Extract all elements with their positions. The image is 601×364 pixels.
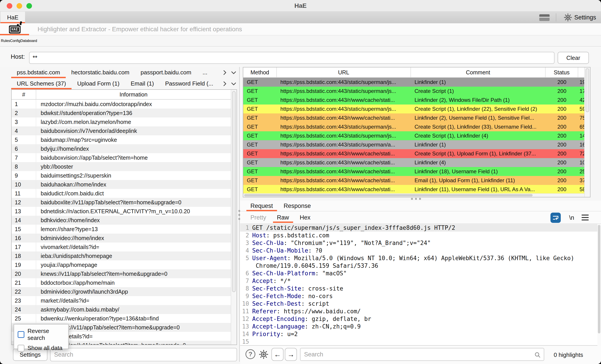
show-all-data-checkbox[interactable] [18,345,24,352]
request-line: 10Sec-Fetch-Dest: script [240,300,601,307]
nav-tab-1[interactable]: Config [10,39,20,43]
nav-tab-0[interactable]: Rules [1,39,10,43]
editor-settings-gear-icon[interactable] [259,349,269,360]
request-row[interactable]: GEThttps://pss.bdstatic.com:443/r/www/ca… [243,176,584,185]
scheme-row[interactable]: 7baiduboxvision://appTab/select?item=hom… [12,153,231,162]
request-row[interactable]: GEThttps://pss.bdstatic.com:443/r/www/ca… [243,185,584,194]
request-response-tabs: RequestResponse [240,201,601,211]
request-row[interactable]: GEThttps://pss.bdstatic.com:443/static/s… [243,78,584,87]
schemes-table-header: # Information [12,90,231,100]
type-tab-2[interactable]: Email (1) [125,78,160,89]
request-row[interactable]: GEThttps://pss.bdstatic.com:443/r/www/ca… [243,149,584,158]
host-tab-1[interactable]: hectorstatic.baidu.com [66,67,135,78]
request-row[interactable]: GEThttps://pss.bdstatic.com:443/static/s… [243,140,584,149]
scheme-row[interactable]: 8ybb://booster [12,162,231,171]
scheme-row[interactable]: 6bdyiju://home/index [12,144,231,153]
requests-table-vscrollbar[interactable] [584,67,590,197]
tab-hae[interactable]: HaE [0,12,25,23]
prev-match-button[interactable]: ← [271,348,283,361]
scheme-row[interactable]: 11baidudict://com.baidu.dict [12,189,231,198]
help-icon[interactable]: ? [245,349,255,359]
scheme-row[interactable]: 2bdwkst://student/operation?type=136 [12,108,231,117]
col-number[interactable]: # [12,90,36,99]
requests-table-hscrollbar[interactable] [243,193,584,197]
word-wrap-icon[interactable] [551,213,561,223]
scheme-row[interactable]: 13bdnetdisk://n/action.EXTERNAL_ACTIVITY… [12,207,231,216]
col-information[interactable]: Information [36,90,231,99]
request-editor-scrollbar[interactable] [597,224,601,346]
host-input[interactable] [29,52,554,64]
col-method[interactable]: Method [243,67,277,77]
col-status[interactable]: Status [546,67,578,77]
schemes-table-scrollbar[interactable] [231,90,237,345]
request-row[interactable]: GEThttps://pss.bdstatic.com:443/static/s… [243,87,584,96]
scheme-row[interactable]: 23market://details?id= [12,296,231,305]
request-row[interactable]: GEThttps://pss.bdstatic.com:443/static/s… [243,122,584,131]
col-comment[interactable]: Comment [411,67,546,77]
type-tab-1[interactable]: Upload Form (1) [71,78,125,89]
request-line: 2Host: pss.bdstatic.com [240,231,601,239]
scheme-row[interactable]: 5baidumap://map?src=uginvoke [12,135,231,144]
requests-table: Method URL Comment Status GEThttps://pss… [243,67,591,197]
scheme-row[interactable]: 20knews://v11/appTab/select?item=home&up… [12,269,231,278]
clear-button[interactable]: Clear [558,52,589,64]
scheme-row[interactable]: 17vivomarket://details?id= [12,242,231,251]
editor-search-field [300,348,544,361]
scheme-row[interactable]: 18ieba://unidispatch/homepage [12,251,231,260]
host-tab-0[interactable]: pss.bdstatic.com [11,67,66,78]
extension-header: HAE Highlighter and Extractor - Empower … [0,23,601,35]
request-row[interactable]: GEThttps://pss.bdstatic.com:443/r/www/ca… [243,167,584,176]
col-url[interactable]: URL [277,67,411,77]
scheme-row[interactable]: 22bdminivideo://growth/launch3rdApp [12,287,231,296]
toolbar-divider [556,13,556,21]
scheme-row[interactable]: 12baiduboxlite://v11/appTab/select?item=… [12,198,231,207]
scheme-row[interactable]: 25bdwenku://wenku/operation?type=136&tab… [12,314,231,323]
newline-toggle-icon[interactable]: \n [569,213,574,223]
editor-menu-icon[interactable] [581,215,589,221]
next-match-button[interactable]: → [285,348,297,361]
view-tab-2[interactable]: Hex [294,212,316,223]
scheme-row[interactable]: 21bddoctorbox://app/home/main [12,278,231,287]
chevron-right-icon[interactable] [221,69,228,76]
chevron-down-icon[interactable] [230,69,237,76]
chevron-down-icon[interactable] [230,80,237,87]
reqres-tab-1[interactable]: Response [278,201,316,211]
settings-button[interactable]: Settings [563,12,596,23]
type-tab-0[interactable]: URL Schemes (37) [11,78,71,89]
scheme-row[interactable]: 10baiduhaokan://home/index [12,180,231,189]
host-tab-3[interactable]: ... [197,67,213,78]
reverse-search-option[interactable]: Reverse search [18,328,68,341]
scheme-row[interactable]: 15lemon://share?type=13 [12,225,231,234]
reverse-search-checkbox[interactable] [18,331,24,338]
request-row[interactable]: GEThttps://pss.bdstatic.com:443/r/www/ca… [243,96,584,105]
chevron-right-icon[interactable] [221,80,228,87]
scheme-row[interactable]: 16bdminivideo://home/index [12,234,231,242]
type-tab-3[interactable]: Password Field (... [160,78,219,89]
request-editor[interactable]: 1GET /static/superman/js/s_super_index-3… [240,224,601,346]
nav-tab-2[interactable]: Databoard [20,39,37,43]
host-tab-2[interactable]: passport.baidu.com [135,67,197,78]
scheme-row[interactable]: 4baiduboxvision://v7/vendor/ad/deeplink [12,126,231,135]
reqres-tab-0[interactable]: Request [245,201,278,211]
request-line: 5User-Agent: Mozilla/5.0 (Windows NT 10.… [240,254,601,262]
scheme-row[interactable]: 3lazybd://com.melon.lazymelon/home [12,117,231,126]
show-all-data-option[interactable]: Show all data [18,345,68,352]
col-length[interactable] [578,67,584,77]
scheme-row[interactable]: 24askmybaby://com.baidu.mbaby/ [12,305,231,314]
scheme-row[interactable]: 9baiduimsettings2://superskin [12,171,231,180]
request-row[interactable]: GEThttps://pss.bdstatic.com:443/static/s… [243,105,584,114]
view-tab-1[interactable]: Raw [272,212,294,223]
scheme-row[interactable]: 14bdhkvideo://home/index [12,216,231,225]
view-tab-0[interactable]: Pretty [245,212,272,223]
scheme-row[interactable]: 19youjia://app/homepage [12,260,231,269]
editor-search-input[interactable] [300,348,544,360]
schemes-search-input[interactable] [50,348,237,361]
request-row[interactable]: GEThttps://pss.bdstatic.com:443/static/s… [243,131,584,140]
table-editor-divider-handle[interactable] [411,198,421,200]
scheme-row[interactable]: 1mzdoctor://muzhi.baidu.com/doctorapp/in… [12,100,231,108]
request-row[interactable]: GEThttps://pss.bdstatic.com:443/r/www/ca… [243,114,584,122]
layout-panes-icon[interactable] [539,14,550,21]
request-row[interactable]: GEThttps://pss.bdstatic.com:443/r/www/ca… [243,158,584,167]
requests-table-body: GEThttps://pss.bdstatic.com:443/static/s… [243,78,584,194]
host-tabs: pss.bdstatic.comhectorstatic.baidu.compa… [7,67,239,78]
